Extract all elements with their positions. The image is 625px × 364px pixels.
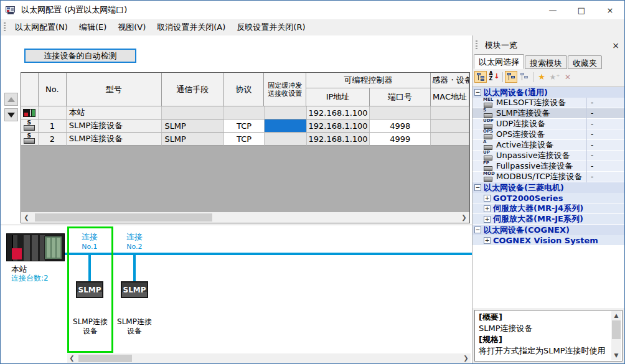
module-value: - bbox=[591, 98, 593, 107]
cell-no[interactable]: 2 bbox=[39, 133, 67, 146]
cell-fixed-buffer[interactable] bbox=[265, 106, 307, 119]
slmp-device-icon[interactable]: S bbox=[21, 119, 39, 133]
close-button[interactable]: × bbox=[596, 1, 624, 19]
module-value: - bbox=[591, 130, 593, 139]
collapse-box-icon[interactable]: − bbox=[474, 184, 481, 191]
cell-port[interactable] bbox=[370, 106, 431, 119]
module-item-udp[interactable]: UDP UDP连接设备 - bbox=[472, 119, 624, 129]
menu-edit[interactable]: 编辑(E) bbox=[73, 21, 112, 34]
add-favorite-button[interactable]: ★⁺ bbox=[548, 71, 561, 83]
section-ethernet-mitsubishi[interactable]: − 以太网设备(三菱电机) bbox=[472, 182, 624, 193]
cell-fixed-buffer-selected[interactable] bbox=[265, 119, 307, 133]
expand-box-icon[interactable]: + bbox=[484, 195, 491, 202]
section-ethernet-generic[interactable]: − 以太网设备(通用) bbox=[472, 87, 624, 98]
header-fixed-buffer: 固定缓冲发 送接收设置 bbox=[264, 73, 306, 106]
header-group: 可编程控制器 感器・设备 IP地址 端口号 MAC地址 bbox=[306, 73, 469, 106]
slmp-device-1[interactable]: SLMP bbox=[76, 281, 103, 298]
scrollbar-thumb[interactable] bbox=[612, 320, 621, 339]
cell-protocol[interactable]: TCP bbox=[224, 119, 265, 133]
module-item-modbus[interactable]: MOD MODBUS/TCP连接设备 - bbox=[472, 172, 624, 182]
panel-drag-handle[interactable] bbox=[476, 40, 477, 50]
collapse-all-button[interactable] bbox=[505, 71, 517, 83]
app-icon bbox=[6, 5, 16, 15]
cell-ip[interactable]: 192.168.1.100 bbox=[307, 133, 370, 146]
menu-bar: 以太网配置(N) 编辑(E) 视图(V) 取消设置并关闭(A) 反映设置并关闭(… bbox=[1, 19, 624, 35]
slmp-device-icon[interactable]: S bbox=[21, 133, 39, 146]
maximize-button[interactable]: □ bbox=[567, 1, 596, 19]
spec-text: 将打开方式指定为SLMP连接时使用 bbox=[479, 345, 609, 357]
subitem-got2000[interactable]: + GOT2000Series bbox=[472, 193, 624, 203]
host-station-icon[interactable] bbox=[21, 106, 39, 119]
scroll-down-icon[interactable]: ▼ bbox=[611, 351, 621, 360]
module-panel-tabs: 以太网选择 搜索模块 收藏夹 bbox=[474, 54, 624, 69]
module-item-active[interactable]: A Active连接设备 - bbox=[472, 140, 624, 151]
cell-fixed-buffer[interactable] bbox=[265, 133, 307, 146]
move-row-down-button[interactable] bbox=[4, 108, 18, 121]
cell-model[interactable]: SLMP连接设备 bbox=[67, 133, 162, 146]
subitem-label: GOT2000Series bbox=[493, 194, 563, 203]
expand-box-icon[interactable]: + bbox=[484, 205, 491, 212]
cell-model[interactable]: 本站 bbox=[67, 106, 162, 119]
sort-az-button[interactable]: AZ↓ bbox=[487, 71, 500, 83]
group-by-category-button[interactable] bbox=[474, 71, 487, 83]
expand-all-button[interactable] bbox=[518, 71, 530, 83]
tab-search-module[interactable]: 搜索模块 bbox=[525, 55, 567, 69]
tab-favorites[interactable]: 收藏夹 bbox=[568, 55, 602, 69]
cell-port[interactable]: 4998 bbox=[370, 119, 431, 133]
section-ethernet-cognex[interactable]: − 以太网设备(COGNEX) bbox=[472, 225, 624, 235]
scroll-right-icon[interactable]: ❯ bbox=[459, 214, 469, 221]
cell-protocol[interactable]: TCP bbox=[224, 133, 265, 146]
subitem-cognex-vision[interactable]: + COGNEX Vision System bbox=[472, 235, 624, 246]
cell-mac[interactable] bbox=[431, 119, 469, 133]
subitem-servo-mrje[interactable]: + 伺服放大器(MR-JE系列) bbox=[472, 214, 624, 225]
cell-ip[interactable]: 192.168.1.100 bbox=[307, 106, 370, 119]
header-mac: MAC地址 bbox=[431, 88, 469, 106]
module-item-melsoft[interactable]: MEL MELSOFT连接设备 - bbox=[472, 98, 624, 108]
cell-ip[interactable]: 192.168.1.100 bbox=[307, 119, 370, 133]
collapse-box-icon[interactable]: − bbox=[474, 226, 481, 233]
header-sensor-group: 感器・设备 bbox=[431, 73, 469, 88]
tab-ethernet-selection[interactable]: 以太网选择 bbox=[474, 54, 524, 69]
cell-comm[interactable] bbox=[162, 106, 224, 119]
scrollbar-thumb[interactable] bbox=[78, 355, 132, 362]
menu-apply-and-close[interactable]: 反映设置并关闭(R) bbox=[231, 21, 311, 34]
module-item-fullpassive[interactable]: FP Fullpassive连接设备 - bbox=[472, 161, 624, 172]
collapse-box-icon[interactable]: − bbox=[474, 89, 481, 96]
menu-drag-handle[interactable] bbox=[4, 22, 6, 32]
slmp-device-2[interactable]: SLMP bbox=[121, 281, 148, 298]
minimize-button[interactable]: — bbox=[538, 1, 567, 19]
info-vertical-scrollbar: ▲ ▼ bbox=[611, 311, 621, 360]
host-station-image[interactable] bbox=[6, 233, 65, 261]
cell-port[interactable]: 4999 bbox=[370, 133, 431, 146]
cell-mac[interactable] bbox=[431, 106, 469, 119]
cell-mac[interactable] bbox=[431, 133, 469, 146]
module-item-slmp[interactable]: S SLMP连接设备 - bbox=[472, 108, 624, 119]
scrollbar-thumb[interactable] bbox=[35, 213, 212, 222]
scroll-up-icon[interactable]: ▲ bbox=[611, 311, 621, 320]
cell-model[interactable]: SLMP连接设备 bbox=[67, 119, 162, 133]
cell-protocol[interactable] bbox=[224, 106, 265, 119]
module-item-unpassive[interactable]: UP Unpassive连接设备 - bbox=[472, 151, 624, 161]
scroll-left-icon[interactable]: ❮ bbox=[67, 355, 77, 362]
auto-detect-button[interactable]: 连接设备的自动检测 bbox=[24, 49, 136, 63]
menu-ethernet-config[interactable]: 以太网配置(N) bbox=[9, 21, 73, 34]
cell-no[interactable]: 1 bbox=[39, 119, 67, 133]
menu-cancel-and-close[interactable]: 取消设置并关闭(A) bbox=[151, 21, 231, 34]
scroll-left-icon[interactable]: ❮ bbox=[21, 214, 32, 221]
cell-no[interactable] bbox=[39, 106, 67, 119]
favorite-button[interactable]: ★ bbox=[535, 71, 548, 83]
panel-close-icon[interactable]: × bbox=[612, 40, 619, 50]
slmp-device-icon: S bbox=[483, 109, 494, 118]
delete-favorite-button[interactable]: ✕ bbox=[562, 71, 574, 83]
cell-comm[interactable]: SLMP bbox=[162, 119, 224, 133]
connection-2-label: 连接 No.2 bbox=[118, 231, 151, 251]
cell-comm[interactable]: SLMP bbox=[162, 133, 224, 146]
module-item-ops[interactable]: OPS OPS连接设备 - bbox=[472, 129, 624, 140]
move-row-up-button[interactable] bbox=[4, 93, 18, 106]
expand-box-icon[interactable]: + bbox=[484, 237, 491, 244]
module-info-panel: [概要] SLMP连接设备 [规格] 将打开方式指定为SLMP连接时使用 ▲ ▼ bbox=[474, 310, 623, 362]
subitem-servo-mrj4[interactable]: + 伺服放大器(MR-J4系列) bbox=[472, 203, 624, 214]
expand-box-icon[interactable]: + bbox=[484, 216, 491, 223]
scroll-right-icon[interactable]: ❯ bbox=[461, 355, 471, 362]
menu-view[interactable]: 视图(V) bbox=[112, 21, 151, 34]
